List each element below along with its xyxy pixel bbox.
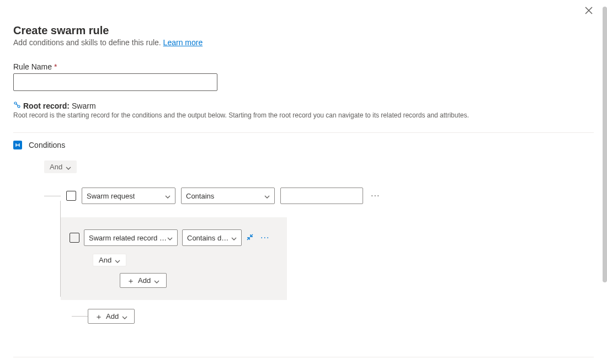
row-more-button[interactable]: ··· [369,191,382,201]
close-button[interactable] [585,7,594,15]
divider [13,132,594,133]
collapse-icon[interactable] [246,233,254,243]
vertical-scrollbar[interactable] [603,7,607,282]
root-record-icon [13,101,21,110]
learn-more-link[interactable]: Learn more [163,38,203,47]
value-input[interactable] [280,188,363,204]
operator-dropdown[interactable]: Contains data [182,229,242,246]
root-record-value: Swarm [72,101,96,110]
add-condition-button[interactable]: ＋ Add [88,309,135,324]
chevron-down-icon [122,314,127,319]
row-checkbox[interactable] [66,191,76,201]
tree-connector [44,196,61,196]
chevron-down-icon [66,164,71,170]
conditions-icon [13,141,22,149]
root-record-description: Root record is the starting record for t… [13,111,594,119]
conditions-section-title: Conditions [29,141,65,149]
group-operator-dropdown[interactable]: And [44,160,77,173]
page-subtitle: Add conditions and skills to define this… [13,38,594,47]
field-dropdown[interactable]: Swarm related record (... [84,229,178,246]
operator-dropdown[interactable]: Contains [181,188,275,204]
rule-name-label: Rule Name * [13,62,594,71]
field-dropdown[interactable]: Swarm request [82,188,175,204]
nested-group-operator-dropdown[interactable]: And [93,254,126,266]
svg-point-1 [18,105,20,108]
page-title: Create swarm rule [13,24,594,37]
row-more-button[interactable]: ··· [258,233,271,243]
rule-name-input[interactable] [13,73,217,91]
chevron-down-icon [231,235,237,240]
chevron-down-icon [264,193,270,199]
nested-add-button[interactable]: ＋ Add [120,273,167,288]
nested-condition-group: Swarm related record (... Contains data … [61,217,287,300]
root-record-label: Root record: [23,101,70,110]
close-icon [585,7,593,14]
required-mark: * [54,62,57,71]
plus-icon: ＋ [127,277,135,285]
tree-connector [72,316,88,317]
svg-point-0 [14,102,17,104]
chevron-down-icon [167,235,173,240]
row-checkbox[interactable] [70,233,79,243]
chevron-down-icon [154,278,159,283]
chevron-down-icon [165,193,171,199]
chevron-down-icon [115,258,120,263]
plus-icon: ＋ [95,313,103,320]
